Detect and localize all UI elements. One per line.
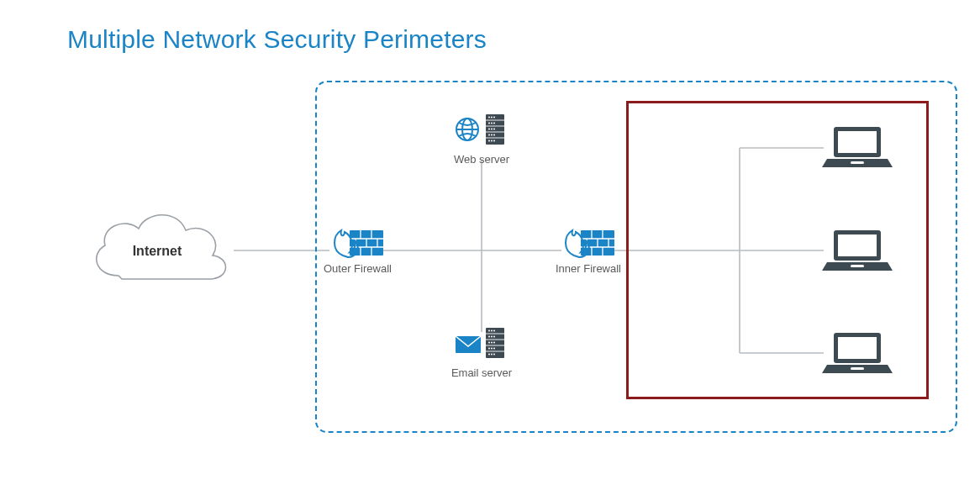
svg-rect-74 [851, 161, 864, 164]
email-server-node: Email server [431, 324, 532, 379]
svg-point-43 [491, 129, 493, 130]
svg-point-57 [488, 330, 490, 332]
svg-point-58 [491, 330, 493, 332]
svg-point-71 [493, 354, 495, 356]
web-server-icon [452, 111, 511, 148]
web-server-node: Web server [431, 111, 532, 166]
svg-point-49 [491, 140, 493, 142]
inner-firewall-node: Inner Firewall [555, 219, 622, 275]
laptop-node-1 [819, 122, 895, 174]
svg-point-45 [488, 134, 490, 136]
inner-firewall-label: Inner Firewall [555, 262, 622, 275]
svg-point-37 [491, 117, 493, 119]
outer-firewall-label: Outer Firewall [324, 262, 391, 275]
svg-point-68 [493, 348, 495, 350]
laptop-icon [822, 225, 893, 274]
svg-point-59 [493, 330, 495, 332]
internet-node: Internet [80, 202, 235, 299]
svg-point-36 [488, 117, 490, 119]
svg-point-44 [493, 129, 495, 130]
internet-label: Internet [133, 244, 182, 258]
svg-rect-76 [838, 234, 877, 256]
svg-rect-80 [851, 367, 864, 370]
svg-point-63 [488, 342, 490, 344]
email-server-label: Email server [431, 366, 532, 379]
svg-point-67 [491, 348, 493, 350]
svg-point-41 [493, 123, 495, 124]
firewall-icon [559, 219, 618, 261]
svg-point-38 [493, 117, 495, 119]
svg-point-61 [491, 336, 493, 338]
svg-point-65 [493, 342, 495, 344]
svg-rect-77 [851, 265, 864, 267]
laptop-icon [822, 328, 893, 377]
laptop-node-3 [819, 328, 895, 380]
laptop-icon [822, 122, 893, 171]
diagram-stage: Internet Outer Firewall [0, 0, 980, 490]
cloud-icon: Internet [80, 202, 235, 296]
email-server-icon [452, 324, 511, 361]
svg-point-39 [488, 123, 490, 124]
svg-point-40 [491, 123, 493, 124]
svg-point-70 [491, 354, 493, 356]
svg-point-50 [493, 140, 495, 142]
svg-point-60 [488, 336, 490, 338]
outer-firewall-node: Outer Firewall [324, 219, 391, 275]
firewall-icon [328, 219, 387, 261]
svg-point-42 [488, 129, 490, 130]
svg-rect-79 [838, 337, 877, 359]
svg-point-66 [488, 348, 490, 350]
svg-point-47 [493, 134, 495, 136]
svg-point-69 [488, 354, 490, 356]
svg-point-64 [491, 342, 493, 344]
laptop-node-2 [819, 225, 895, 277]
web-server-label: Web server [431, 153, 532, 166]
svg-point-62 [493, 336, 495, 338]
svg-rect-73 [838, 131, 877, 153]
svg-point-48 [488, 140, 490, 142]
svg-point-46 [491, 134, 493, 136]
